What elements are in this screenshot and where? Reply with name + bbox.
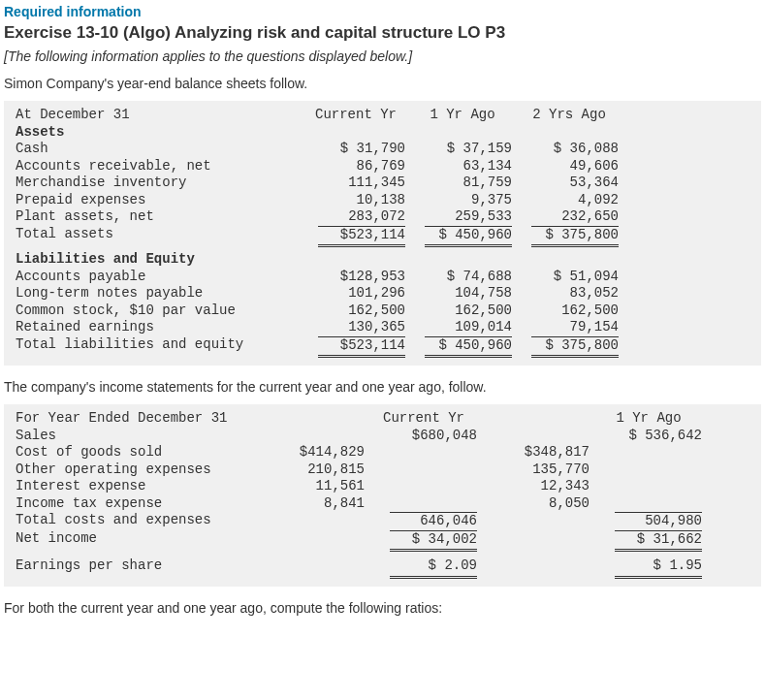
row-cs-label: Common stock, $10 par value <box>16 302 306 320</box>
ar-cur: 86,769 <box>306 158 413 175</box>
re-2yr: 79,154 <box>520 319 626 336</box>
row-sales-label: Sales <box>16 428 258 445</box>
tcost-cur: 646,046 <box>370 512 483 530</box>
cs-1yr: 162,500 <box>413 302 520 320</box>
row-tcost-label: Total costs and expenses <box>16 512 258 530</box>
row-ltn-label: Long-term notes payable <box>16 285 306 302</box>
ap-2yr: $ 51,094 <box>520 269 626 286</box>
tax-cur: 8,841 <box>258 495 370 513</box>
plant-cur: 283,072 <box>306 208 413 226</box>
plant-2yr: 232,650 <box>520 208 626 226</box>
bs-col-1yr: 1 Yr Ago <box>413 107 520 124</box>
cash-1yr: $ 37,159 <box>413 141 520 158</box>
ltn-cur: 101,296 <box>306 285 413 302</box>
prepaid-2yr: 4,092 <box>520 192 626 209</box>
row-oox-label: Other operating expenses <box>16 461 258 479</box>
eps-cur: $ 2.09 <box>370 557 483 579</box>
re-cur: 130,365 <box>306 319 413 336</box>
row-total-assets-label: Total assets <box>16 226 306 248</box>
ta-1yr: $ 450,960 <box>413 226 520 248</box>
ar-1yr: 63,134 <box>413 158 520 175</box>
re-1yr: 109,014 <box>413 319 520 336</box>
cogs-cur: $414,829 <box>258 444 370 461</box>
inv-2yr: 53,364 <box>520 175 626 192</box>
row-tax-label: Income tax expense <box>16 495 258 513</box>
inv-1yr: 81,759 <box>413 175 520 192</box>
context-note: [The following information applies to th… <box>4 48 761 64</box>
row-cash-label: Cash <box>16 141 306 158</box>
tle-2yr: $ 375,800 <box>520 336 626 359</box>
cash-cur: $ 31,790 <box>306 141 413 158</box>
ap-cur: $128,953 <box>306 269 413 286</box>
row-ni-label: Net income <box>16 530 258 553</box>
cs-cur: 162,500 <box>306 302 413 320</box>
tle-1yr: $ 450,960 <box>413 336 520 359</box>
intro-balance-sheet: Simon Company's year-end balance sheets … <box>4 76 761 91</box>
tle-cur: $523,114 <box>306 336 413 359</box>
ratio-instruction: For both the current year and one year a… <box>4 600 761 616</box>
prepaid-cur: 10,138 <box>306 192 413 209</box>
cogs-prior: $348,817 <box>483 444 595 461</box>
intx-prior: 12,343 <box>483 478 595 495</box>
liab-equity-header: Liabilities and Equity <box>16 251 306 269</box>
assets-header: Assets <box>16 124 306 142</box>
bs-col-current: Current Yr <box>306 107 413 124</box>
row-cogs-label: Cost of goods sold <box>16 444 258 461</box>
eps-prior: $ 1.95 <box>595 557 708 579</box>
sales-cur: $680,048 <box>370 428 483 445</box>
intx-cur: 11,561 <box>258 478 370 495</box>
tcost-prior: 504,980 <box>595 512 708 530</box>
bs-col-2yr: 2 Yrs Ago <box>520 107 626 124</box>
sales-prior: $ 536,642 <box>595 428 708 445</box>
is-col-prior: 1 Yr Ago <box>595 410 708 428</box>
row-tle-label: Total liabilities and equity <box>16 336 306 359</box>
is-col-current: Current Yr <box>370 410 483 428</box>
row-eps-label: Earnings per share <box>16 557 258 579</box>
inv-cur: 111,345 <box>306 175 413 192</box>
ta-2yr: $ 375,800 <box>520 226 626 248</box>
ltn-2yr: 83,052 <box>520 285 626 302</box>
row-ap-label: Accounts payable <box>16 269 306 286</box>
intro-income-statement: The company's income statements for the … <box>4 379 761 395</box>
ltn-1yr: 104,758 <box>413 285 520 302</box>
ta-cur: $523,114 <box>306 226 413 248</box>
row-inv-label: Merchandise inventory <box>16 175 306 192</box>
row-prepaid-label: Prepaid expenses <box>16 192 306 209</box>
plant-1yr: 259,533 <box>413 208 520 226</box>
exercise-title: Exercise 13-10 (Algo) Analyzing risk and… <box>4 23 761 43</box>
oox-prior: 135,770 <box>483 461 595 479</box>
ni-cur: $ 34,002 <box>370 530 483 553</box>
row-re-label: Retained earnings <box>16 319 306 336</box>
ar-2yr: 49,606 <box>520 158 626 175</box>
row-intx-label: Interest expense <box>16 478 258 495</box>
cs-2yr: 162,500 <box>520 302 626 320</box>
required-info-label: Required information <box>4 4 761 19</box>
tax-prior: 8,050 <box>483 495 595 513</box>
bs-date-label: At December 31 <box>16 107 306 124</box>
is-date-label: For Year Ended December 31 <box>16 410 258 428</box>
oox-cur: 210,815 <box>258 461 370 479</box>
row-ar-label: Accounts receivable, net <box>16 158 306 175</box>
prepaid-1yr: 9,375 <box>413 192 520 209</box>
row-plant-label: Plant assets, net <box>16 208 306 226</box>
income-statement-block: For Year Ended December 31 Current Yr 1 … <box>4 404 761 587</box>
balance-sheet-block: At December 31 Current Yr 1 Yr Ago 2 Yrs… <box>4 101 761 366</box>
cash-2yr: $ 36,088 <box>520 141 626 158</box>
ap-1yr: $ 74,688 <box>413 269 520 286</box>
ni-prior: $ 31,662 <box>595 530 708 553</box>
